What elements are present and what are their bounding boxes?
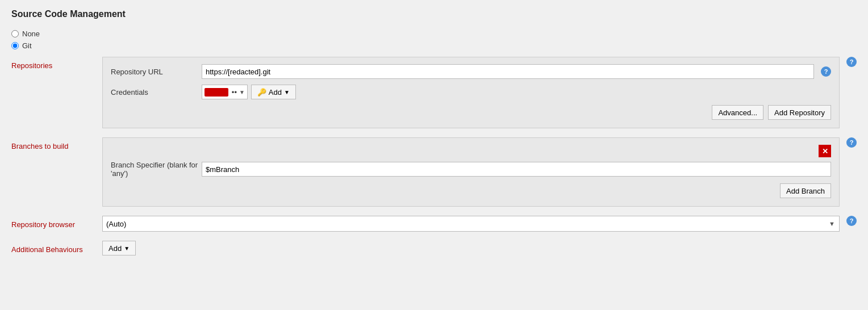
repo-browser-select[interactable]: (Auto) — [102, 216, 840, 232]
repositories-label: Repositories — [11, 57, 102, 70]
additional-add-button[interactable]: Add ▼ — [102, 241, 136, 255]
branch-specifier-input[interactable]: $mBranch — [202, 162, 831, 177]
credentials-redacted: •••• •• — [205, 88, 237, 97]
credentials-select-wrapper: •••• •• ▼ — [202, 85, 248, 99]
add-credentials-button[interactable]: 🔑 Add ▼ — [251, 85, 296, 99]
branches-help-icon[interactable]: ? — [846, 137, 857, 148]
scm-none-row: None — [11, 30, 857, 38]
branches-content: ✕ Branch Specifier (blank for 'any') $mB… — [102, 137, 840, 207]
credentials-controls: •••• •• ▼ 🔑 Add ▼ — [202, 85, 296, 99]
additional-behaviours-label: Additional Behaviours — [11, 241, 102, 254]
add-repository-button[interactable]: Add Repository — [768, 105, 831, 120]
credentials-label: Credentials — [111, 88, 202, 97]
repo-actions-row: Advanced... Add Repository — [111, 105, 831, 120]
branches-header: ✕ — [111, 145, 831, 157]
branches-actions-row: Add Branch — [111, 183, 831, 198]
scm-none-radio[interactable] — [11, 30, 19, 37]
branch-specifier-label: Branch Specifier (blank for 'any') — [111, 161, 202, 178]
repo-browser-section: Repository browser (Auto) ? — [11, 216, 857, 232]
additional-behaviours-section: Additional Behaviours Add ▼ — [11, 241, 857, 255]
credentials-dropdown-arrow: ▼ — [239, 89, 245, 95]
repo-browser-help-icon[interactable]: ? — [846, 216, 857, 226]
scm-options: None Git — [11, 30, 857, 50]
page-title: Source Code Management — [11, 9, 857, 19]
key-icon: 🔑 — [257, 88, 266, 97]
credentials-row: Credentials •••• •• ▼ 🔑 Add ▼ — [111, 85, 831, 99]
repo-url-input[interactable] — [202, 64, 814, 79]
scm-git-label[interactable]: Git — [22, 41, 32, 50]
add-credentials-label: Add — [269, 88, 282, 97]
repo-url-row: Repository URL ? — [111, 64, 831, 79]
repo-url-label: Repository URL — [111, 68, 202, 76]
additional-add-label: Add — [108, 244, 122, 253]
repo-browser-label: Repository browser — [11, 216, 102, 229]
scm-git-row: Git — [11, 41, 857, 50]
advanced-button[interactable]: Advanced... — [712, 105, 763, 120]
additional-behaviours-content: Add ▼ — [102, 241, 136, 255]
repo-url-help-icon[interactable]: ? — [821, 66, 831, 77]
branches-section: Branches to build ✕ Branch Specifier (bl… — [11, 137, 857, 207]
additional-add-arrow: ▼ — [124, 245, 130, 252]
remove-branch-button[interactable]: ✕ — [819, 145, 831, 157]
branch-specifier-row: Branch Specifier (blank for 'any') $mBra… — [111, 161, 831, 178]
add-credentials-arrow: ▼ — [284, 89, 290, 95]
scm-git-radio[interactable] — [11, 42, 19, 49]
repo-browser-select-wrapper: (Auto) — [102, 216, 840, 232]
repositories-content: Repository URL ? Credentials •••• •• ▼ — [102, 57, 840, 128]
branches-label: Branches to build — [11, 137, 102, 150]
repositories-section: Repositories Repository URL ? Credential… — [11, 57, 857, 128]
scm-none-label[interactable]: None — [22, 30, 40, 38]
repositories-help-icon[interactable]: ? — [846, 57, 857, 67]
add-branch-button[interactable]: Add Branch — [780, 183, 831, 198]
credentials-redacted-text: •••• — [205, 88, 228, 97]
